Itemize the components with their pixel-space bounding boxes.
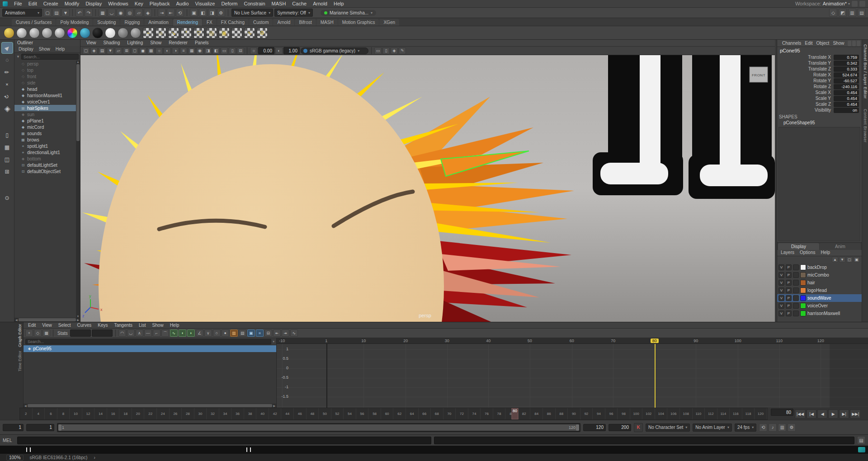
free-tangent-weight-icon[interactable]: ○	[213, 329, 221, 337]
undo-icon[interactable]: ↶	[75, 9, 84, 17]
shape-node-name[interactable]: pConeShape95	[777, 120, 862, 126]
wireframe-icon[interactable]: ◻	[131, 47, 138, 54]
move-tool[interactable]: +	[2, 79, 13, 90]
hypershade-icon[interactable]: ◩	[839, 9, 847, 17]
layer-playback-toggle[interactable]: P	[786, 303, 792, 309]
render-settings-icon[interactable]: ⚙	[217, 9, 225, 17]
point-light-icon[interactable]: *	[181, 28, 192, 38]
layer-visibility-toggle[interactable]: V	[778, 280, 784, 286]
outliner-item[interactable]: ◆ bottom	[14, 155, 76, 162]
empty-layer-icon[interactable]: ▢	[846, 257, 853, 263]
multisample-icon[interactable]: ▦	[188, 47, 195, 54]
layer-color-swatch[interactable]	[800, 272, 806, 278]
auto-tangents-icon[interactable]: ∿	[170, 329, 178, 337]
display-layer-row[interactable]: V P voiceOver	[777, 302, 862, 310]
field-chart-icon[interactable]: ⊟	[237, 47, 244, 54]
gamma-field[interactable]	[283, 47, 300, 54]
menu-item[interactable]: Audio	[173, 0, 192, 8]
x-ray-icon[interactable]: ◨	[204, 47, 212, 54]
custom-layout[interactable]: ⊞	[2, 166, 13, 177]
outliner-search-input[interactable]	[21, 54, 79, 60]
layer-playback-toggle[interactable]: P	[786, 310, 792, 316]
blinn-icon[interactable]	[29, 28, 40, 38]
step-back-frame-button[interactable]: ◀	[817, 409, 827, 419]
display-layer-row[interactable]: V P backDrop	[777, 263, 862, 271]
step-back-key-button[interactable]: |◀	[807, 409, 816, 419]
layer-visibility-toggle[interactable]: V	[778, 264, 784, 270]
shelf-tab[interactable]: Poly Modeling	[56, 19, 93, 26]
menu-item[interactable]: Arnold	[310, 0, 330, 8]
lock-tangent-weight-icon[interactable]: ●	[222, 329, 229, 337]
playback-range-block[interactable]: 1 120	[58, 424, 579, 431]
range-slider[interactable]: 1 120	[57, 423, 580, 432]
menu-item[interactable]: Cache	[289, 0, 310, 8]
layer-display-type-toggle[interactable]	[793, 272, 799, 278]
menu-item[interactable]: Constrain	[241, 0, 268, 8]
save-scene-icon[interactable]: ▼	[61, 9, 70, 17]
layer-editor-menu-item[interactable]: Options	[797, 250, 817, 256]
auto-keyframe-toggle[interactable]: K	[634, 423, 643, 432]
new-scene-icon[interactable]: ▢	[43, 9, 52, 17]
exposure-field[interactable]	[258, 47, 274, 54]
curve-smoothness-icon[interactable]: ∿	[290, 329, 298, 337]
joints-xray-icon[interactable]: ◧	[212, 47, 220, 54]
layer-editor-menu-item[interactable]: Help	[818, 250, 832, 256]
outliner-item[interactable]: ◇ front	[14, 73, 76, 80]
snap-to-grid-icon[interactable]: ▦	[99, 9, 107, 17]
normalized-view-icon[interactable]: ⊟	[264, 329, 272, 337]
viewport-menu-item[interactable]: Lighting	[124, 40, 146, 46]
script-editor-icon[interactable]: ▤	[857, 436, 865, 444]
playback-start-field[interactable]	[26, 424, 54, 431]
gamma-icon[interactable]: ◐	[275, 47, 283, 54]
bookmarks-icon[interactable]: ▼	[107, 47, 114, 54]
outliner-item[interactable]: ¤ spotLight1	[14, 143, 76, 149]
display-layer-row[interactable]: V P hair	[777, 279, 862, 287]
stats-value-field[interactable]	[92, 329, 113, 337]
post-infinity-cycle-icon[interactable]: ↠	[282, 329, 289, 337]
outliner-horizontal-scrollbar[interactable]: ◀▶	[14, 318, 80, 322]
channel-box-menu-item[interactable]: Edit	[803, 41, 814, 46]
layer-display-type-toggle[interactable]	[793, 295, 799, 301]
attribute-value-field[interactable]: on	[834, 108, 859, 113]
isolate-select-icon[interactable]: ◉	[196, 47, 203, 54]
graph-outliner-scrollbar[interactable]: ◀▶	[24, 404, 276, 408]
gate-mask-icon[interactable]: ▯	[229, 47, 236, 54]
shelf-tab[interactable]: Motion Graphics	[338, 19, 379, 26]
shelf-tab[interactable]: Rendering	[173, 19, 202, 26]
image-plane-icon[interactable]: ▱	[115, 47, 122, 54]
graph-editor-menu-item[interactable]: View	[39, 322, 55, 328]
channel-attribute-row[interactable]: Translate X 0.759	[777, 54, 862, 60]
channel-attribute-row[interactable]: Translate Z 0.333	[777, 66, 862, 72]
channel-box-menu-item[interactable]: Channels	[780, 41, 803, 46]
menu-item[interactable]: Help	[330, 0, 347, 8]
standard-surface-icon[interactable]	[16, 28, 27, 38]
attribute-value-field[interactable]: 0.454	[834, 96, 859, 101]
display-layer-row[interactable]: V P harrisonMaxwell	[777, 310, 862, 317]
play-forward-button[interactable]: ▶	[828, 409, 838, 419]
redo-icon[interactable]: ↷	[85, 9, 93, 17]
select-camera-icon[interactable]: ▢	[82, 47, 90, 54]
display-layer-row[interactable]: V P logoHead	[777, 287, 862, 294]
channel-box-menu-item[interactable]: Object	[815, 41, 831, 46]
camera-attributes-icon[interactable]: ▤	[99, 47, 106, 54]
channel-box-icon[interactable]: ▤	[858, 9, 866, 17]
scale-tool[interactable]: ▣	[2, 103, 13, 114]
plateau-tangents-icon[interactable]: ⌒	[161, 329, 169, 337]
channel-attribute-row[interactable]: Scale X 0.454	[777, 89, 862, 95]
layer-color-swatch[interactable]	[800, 310, 806, 316]
menu-item[interactable]: Create	[40, 0, 61, 8]
anim-layer-dropdown[interactable]: No Anim Layer▾	[693, 423, 732, 432]
flat-tangents-icon[interactable]: —	[144, 329, 152, 337]
outliner-item[interactable]: ▦ hairSpikes	[14, 105, 76, 111]
layer-display-type-toggle[interactable]	[793, 287, 799, 293]
workspace-options-icon[interactable]	[859, 1, 865, 7]
menu-set-dropdown[interactable]: Animation▾	[2, 9, 42, 17]
symmetry-dropdown[interactable]: Symmetry: Off▾	[274, 9, 313, 17]
graph-channel-row[interactable]: ◆ pCone95	[24, 345, 276, 352]
graph-grid[interactable]: 10.50-0.5-1-1.5	[277, 344, 868, 408]
zoom-tool[interactable]: ⊙	[2, 193, 13, 203]
user-account-menu[interactable]: Marianne Simsha...▾	[321, 10, 376, 16]
current-frame-field[interactable]	[771, 409, 793, 416]
single-pane-layout[interactable]: ▯	[2, 130, 13, 141]
linear-tangents-icon[interactable]: ∧	[136, 329, 143, 337]
